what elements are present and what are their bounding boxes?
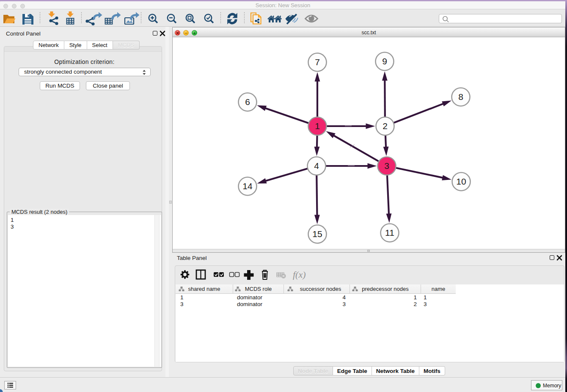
svg-text:2: 2 [383,121,388,131]
svg-text:14: 14 [242,181,253,191]
svg-text:15: 15 [312,229,322,239]
svg-text:6: 6 [245,97,250,107]
svg-text:10: 10 [456,177,466,186]
svg-text:7: 7 [315,57,320,67]
svg-text:4: 4 [314,161,319,171]
svg-text:f(x): f(x) [293,269,306,280]
svg-text:1: 1 [315,121,320,131]
svg-text:11: 11 [385,228,394,237]
svg-text:9: 9 [382,56,387,66]
svg-text:3: 3 [384,161,389,171]
svg-text:8: 8 [458,92,463,102]
